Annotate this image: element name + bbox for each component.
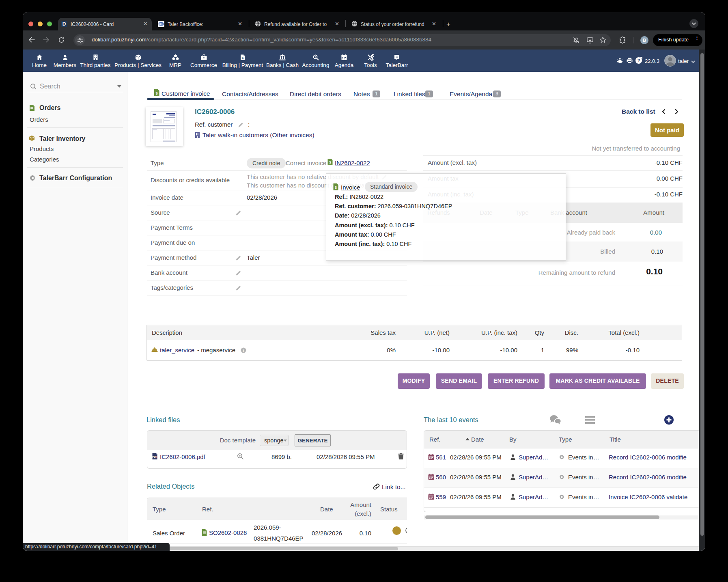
svg-text:$: $ (242, 56, 244, 60)
svg-text:PDF: PDF (152, 455, 157, 458)
svg-text:$: $ (329, 160, 331, 164)
svg-text:i: i (243, 348, 244, 353)
svg-text:$: $ (335, 185, 337, 190)
svg-text:$: $ (155, 91, 157, 95)
svg-text:?: ? (638, 58, 640, 63)
